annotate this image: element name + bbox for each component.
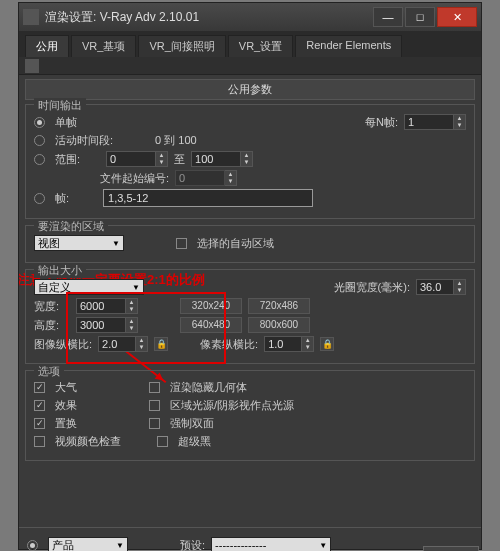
- tab-vr-settings[interactable]: VR_设置: [228, 35, 293, 57]
- label-preset: 预设:: [180, 538, 205, 552]
- spinner-file-start[interactable]: ▲▼: [175, 170, 237, 186]
- tab-vr-base[interactable]: VR_基项: [71, 35, 136, 57]
- preset-800x600[interactable]: 800x600: [248, 317, 310, 333]
- label-range: 范围:: [55, 152, 80, 167]
- annotation-box: [66, 292, 226, 364]
- check-super-black[interactable]: [157, 436, 168, 447]
- window-title: 渲染设置: V-Ray Adv 2.10.01: [45, 9, 371, 26]
- label-single: 单帧: [55, 115, 77, 130]
- group-options: 选项 大气 渲染隐藏几何体 效果 区域光源/阴影视作点光源 置换 强制双面 视频…: [25, 370, 475, 461]
- check-auto-region[interactable]: [176, 238, 187, 249]
- group-render-area: 要渲染的区域 视图▼ 选择的自动区域: [25, 225, 475, 263]
- radio-single[interactable]: [34, 117, 45, 128]
- check-displace[interactable]: [34, 418, 45, 429]
- tab-common[interactable]: 公用: [25, 35, 69, 57]
- check-effects[interactable]: [34, 400, 45, 411]
- radio-frames[interactable]: [34, 193, 45, 204]
- radio-range[interactable]: [34, 154, 45, 165]
- titlebar: 渲染设置: V-Ray Adv 2.10.01 — □ ✕: [19, 3, 481, 31]
- lock-pixel-aspect-icon[interactable]: 🔒: [320, 337, 334, 351]
- label-range-to: 至: [174, 152, 185, 167]
- group-title: 选项: [34, 364, 64, 379]
- minimize-button[interactable]: —: [373, 7, 403, 27]
- group-output-size: 输出大小 自定义▼ 光圈宽度(毫米): ▲▼ 宽度: ▲▼ 320x240 72…: [25, 269, 475, 364]
- section-header[interactable]: 公用参数: [25, 79, 475, 100]
- dropdown-render-area[interactable]: 视图▼: [34, 235, 124, 251]
- spinner-aperture[interactable]: ▲▼: [416, 279, 466, 295]
- toolbar: [19, 57, 481, 75]
- group-time-output: 时间输出 单帧 每N帧: ▲▼ 活动时间段: 0 到 100 范围: ▲▼ 至: [25, 104, 475, 219]
- maximize-button[interactable]: □: [405, 7, 435, 27]
- label-every-n: 每N帧:: [365, 115, 398, 130]
- spinner-every-n[interactable]: ▲▼: [404, 114, 466, 130]
- spinner-range-to[interactable]: ▲▼: [191, 151, 253, 167]
- label-frames: 帧:: [55, 191, 69, 206]
- label-file-start: 文件起始编号:: [100, 171, 169, 186]
- check-area-lights[interactable]: [149, 400, 160, 411]
- tab-render-elements[interactable]: Render Elements: [295, 35, 402, 57]
- dropdown-preset[interactable]: --------------▼: [211, 537, 331, 551]
- preset-720x486[interactable]: 720x486: [248, 298, 310, 314]
- render-button[interactable]: 渲染: [423, 546, 479, 551]
- tab-bar: 公用 VR_基项 VR_间接照明 VR_设置 Render Elements: [19, 31, 481, 57]
- check-hidden[interactable]: [149, 382, 160, 393]
- label-width: 宽度:: [34, 299, 70, 314]
- app-icon: [23, 9, 39, 25]
- tool-icon[interactable]: [25, 59, 39, 73]
- label-auto-region: 选择的自动区域: [197, 236, 274, 251]
- spinner-range-from[interactable]: ▲▼: [106, 151, 168, 167]
- label-active: 活动时间段:: [55, 133, 113, 148]
- check-atmo[interactable]: [34, 382, 45, 393]
- radio-active[interactable]: [34, 135, 45, 146]
- group-title: 时间输出: [34, 98, 86, 113]
- label-active-range: 0 到 100: [155, 133, 197, 148]
- check-two-sided[interactable]: [149, 418, 160, 429]
- group-title: 输出大小: [34, 263, 86, 278]
- check-video-color[interactable]: [34, 436, 45, 447]
- radio-product[interactable]: [27, 540, 38, 551]
- tab-vr-indirect[interactable]: VR_间接照明: [138, 35, 225, 57]
- input-frames[interactable]: [103, 189, 313, 207]
- spinner-pixel-aspect[interactable]: ▲▼: [264, 336, 314, 352]
- label-height: 高度:: [34, 318, 70, 333]
- label-aperture: 光圈宽度(毫米):: [334, 280, 410, 295]
- dropdown-product[interactable]: 产品▼: [48, 537, 128, 551]
- group-title: 要渲染的区域: [34, 219, 108, 234]
- close-button[interactable]: ✕: [437, 7, 477, 27]
